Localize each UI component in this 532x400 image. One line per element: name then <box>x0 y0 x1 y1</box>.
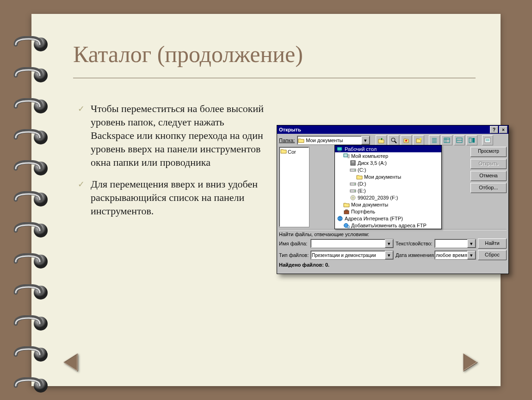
find-button[interactable]: Найти <box>478 238 507 249</box>
folder-combo-text: Мои документы <box>305 138 361 143</box>
close-button[interactable]: × <box>499 126 507 133</box>
find-caption: Найти файлы, отвечающие условиям: <box>279 231 507 237</box>
title-underline <box>73 78 476 78</box>
filename-combo[interactable]: ▾ <box>310 239 394 248</box>
separator <box>279 229 507 230</box>
tree-item[interactable]: (E:) <box>335 187 441 194</box>
filter-button[interactable]: Отбор... <box>470 183 507 193</box>
chevron-down-icon[interactable]: ▾ <box>467 251 476 259</box>
binder-ring <box>10 98 51 115</box>
web-search-icon[interactable] <box>388 135 399 145</box>
binder-ring <box>10 191 51 208</box>
svg-point-12 <box>391 138 395 142</box>
list-view-icon[interactable] <box>429 135 440 145</box>
filetype-combo[interactable]: Презентации и демонстрации▾ <box>310 250 394 260</box>
binder-ring <box>10 346 51 363</box>
svg-rect-18 <box>444 138 450 143</box>
properties-view-icon[interactable] <box>454 135 465 145</box>
tree-item[interactable]: Адреса Интернета (FTP) <box>335 215 441 222</box>
text-property-label: Текст/свойство: <box>396 241 433 246</box>
folder-icon <box>343 201 350 208</box>
reset-button[interactable]: Сброс <box>478 250 507 260</box>
svg-point-37 <box>354 183 355 184</box>
filename-label: Имя файла: <box>279 241 309 246</box>
binder-ring <box>10 253 51 270</box>
svg-rect-25 <box>485 138 490 143</box>
folder-label: Папка: <box>279 138 295 143</box>
commands-icon[interactable] <box>482 135 493 145</box>
tree-item[interactable]: Мои документы <box>335 201 441 208</box>
binder-ring <box>10 222 51 239</box>
new-folder-icon[interactable] <box>413 135 424 145</box>
tree-item-label: (E:) <box>358 188 366 194</box>
tree-item[interactable]: Диск 3,5 (A:) <box>335 159 441 166</box>
svg-rect-31 <box>348 155 349 158</box>
drive-icon <box>350 181 356 187</box>
folder-combo[interactable]: Мои документы ▾ <box>297 136 370 145</box>
folder-tree-dropdown[interactable]: Рабочий столМой компьютерДиск 3,5 (A:)(C… <box>334 145 442 229</box>
details-view-icon[interactable] <box>441 135 452 145</box>
tree-item-label: Мои документы <box>351 202 388 207</box>
briefcase-icon <box>343 208 350 215</box>
tree-item[interactable]: Мой компьютер <box>335 152 441 159</box>
folder-open-icon <box>297 138 305 143</box>
search-panel: Найти файлы, отвечающие условиям: Имя фа… <box>277 227 508 269</box>
tree-item[interactable]: Рабочий стол <box>335 145 441 152</box>
tree-item[interactable]: 990220_2039 (F:) <box>335 194 441 201</box>
chevron-down-icon[interactable]: ▾ <box>467 239 476 248</box>
tree-item-label: Рабочий стол <box>345 146 377 152</box>
up-one-level-icon[interactable] <box>376 135 387 145</box>
bullet-text: Чтобы переместиться на более высокий уро… <box>91 103 264 168</box>
svg-rect-24 <box>472 138 475 143</box>
folder-open-icon <box>356 174 363 180</box>
file-list-pane[interactable]: Cor <box>279 147 309 227</box>
binder-ring <box>10 36 51 53</box>
tree-item[interactable]: (D:) <box>335 180 441 187</box>
binder-ring <box>10 377 51 394</box>
next-slide-button[interactable] <box>457 350 482 375</box>
chevron-down-icon[interactable]: ▾ <box>385 251 393 259</box>
prev-slide-button[interactable] <box>59 350 84 375</box>
favorites-icon[interactable] <box>401 135 412 145</box>
tree-item[interactable]: (C:) <box>335 166 441 173</box>
tree-item-label: Диск 3,5 (A:) <box>358 160 387 166</box>
bullet-list: ✓ Чтобы переместиться на более высокий у… <box>78 102 267 226</box>
svg-marker-49 <box>464 354 477 371</box>
binder-ring <box>10 284 51 301</box>
tree-item[interactable]: Добавить/изменить адреса FTP <box>335 222 441 229</box>
tree-item[interactable]: Портфель <box>335 208 441 215</box>
drive-icon <box>350 188 356 194</box>
binder-ring <box>10 129 51 146</box>
preview-button[interactable]: Просмотр <box>470 147 507 157</box>
tree-item-label: 990220_2039 (F:) <box>358 195 398 200</box>
filetype-label: Тип файлов: <box>279 252 309 258</box>
bullet-item: ✓ Чтобы переместиться на более высокий у… <box>78 102 267 169</box>
slide: Каталог (продолжение) ✓ Чтобы переместит… <box>31 14 501 386</box>
text-property-combo[interactable]: ▾ <box>434 239 476 248</box>
bullet-text: Для перемещения вверх и вниз удобен раск… <box>91 178 258 217</box>
tree-item[interactable]: Мои документы <box>335 173 441 180</box>
svg-point-35 <box>354 169 355 170</box>
button-column: Просмотр Открыть Отмена Отбор... <box>470 147 507 227</box>
floppy-icon <box>350 160 356 166</box>
bullet-item: ✓ Для перемещения вверх и вниз удобен ра… <box>78 177 267 218</box>
open-button[interactable]: Открыть <box>470 159 507 169</box>
svg-rect-23 <box>469 138 471 143</box>
tree-item-label: Мои документы <box>364 174 401 180</box>
chevron-down-icon[interactable]: ▾ <box>385 239 393 248</box>
preview-view-icon[interactable] <box>466 135 477 145</box>
dialog-titlebar[interactable]: Открыть ? × <box>277 125 508 134</box>
date-combo[interactable]: любое время▾ <box>434 250 476 260</box>
list-item[interactable]: Cor <box>280 148 308 155</box>
binder-ring <box>10 315 51 332</box>
help-button[interactable]: ? <box>490 126 498 133</box>
svg-point-39 <box>354 190 355 191</box>
svg-rect-28 <box>337 147 342 150</box>
date-label: Дата изменения: <box>396 252 433 258</box>
svg-point-41 <box>353 197 354 198</box>
binder-ring <box>10 160 51 177</box>
chevron-down-icon[interactable]: ▾ <box>361 136 370 144</box>
slide-title: Каталог (продолжение) <box>73 41 303 68</box>
svg-marker-47 <box>64 354 78 371</box>
cancel-button[interactable]: Отмена <box>470 171 507 181</box>
